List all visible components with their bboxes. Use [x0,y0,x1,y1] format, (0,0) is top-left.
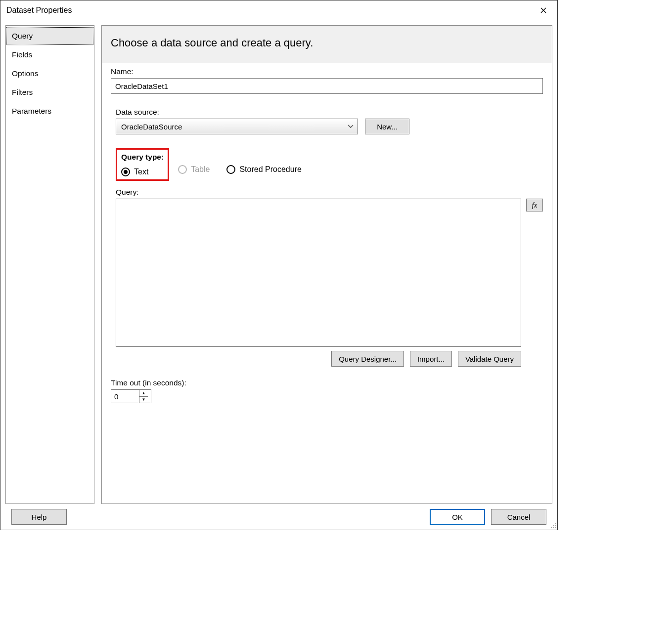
nav-item-parameters[interactable]: Parameters [6,102,94,121]
main-heading: Choose a data source and create a query. [102,26,552,63]
svg-point-7 [555,527,556,528]
timeout-label: Time out (in seconds): [111,378,543,387]
svg-point-5 [551,527,552,528]
name-input[interactable] [111,78,543,94]
titlebar: Dataset Properties [0,0,557,20]
import-query-button[interactable]: Import... [410,351,452,367]
spinner-down-button[interactable]: ▼ [139,397,148,403]
chevron-down-icon [348,125,354,128]
nav-pane: Query Fields Options Filters Parameters [5,25,94,504]
data-source-label: Data source: [116,108,543,117]
query-label: Query: [116,188,543,197]
close-icon [540,7,546,13]
main-pane: Choose a data source and create a query.… [101,25,552,504]
svg-point-3 [553,525,554,526]
nav-item-filters[interactable]: Filters [6,83,94,102]
radio-icon [178,165,187,174]
dialog-client-area: Query Fields Options Filters Parameters … [0,20,557,530]
close-button[interactable] [534,2,553,18]
data-source-dropdown[interactable]: OracleDataSource [116,119,358,134]
resize-grip-icon[interactable] [550,523,556,529]
query-type-highlight: Query type: Text [116,148,169,181]
query-type-table-radio: Table [178,165,210,174]
svg-point-4 [555,525,556,526]
main-body: Name: Data source: OracleDataSource [102,63,552,407]
dialog-footer: Help OK Cancel [5,504,552,530]
query-textarea[interactable] [116,199,521,347]
ok-button[interactable]: OK [430,509,485,525]
expression-fx-button[interactable]: fx [526,199,543,211]
spinner-buttons: ▲ ▼ [139,390,148,403]
query-type-storedproc-radio[interactable]: Stored Procedure [226,165,301,174]
svg-point-2 [555,523,556,524]
query-type-table-label: Table [191,165,210,174]
query-type-text-label: Text [134,168,148,176]
name-label: Name: [111,67,543,76]
query-type-storedproc-label: Stored Procedure [239,165,301,174]
help-button[interactable]: Help [11,509,67,525]
new-data-source-button[interactable]: New... [365,119,409,134]
fx-icon: fx [532,201,538,210]
dataset-properties-dialog: Dataset Properties Query Fields Options … [0,0,558,530]
validate-query-button[interactable]: Validate Query [458,351,521,367]
data-source-value: OracleDataSource [121,123,182,131]
timeout-input[interactable] [111,390,139,403]
cancel-button[interactable]: Cancel [491,509,546,525]
radio-icon [226,165,235,174]
panels: Query Fields Options Filters Parameters … [5,25,552,504]
query-designer-button[interactable]: Query Designer... [331,351,404,367]
query-type-label: Query type: [121,153,164,162]
query-type-text-radio[interactable]: Text [121,168,164,176]
nav-item-fields[interactable]: Fields [6,45,94,64]
spinner-up-button[interactable]: ▲ [139,390,148,397]
timeout-spinner[interactable]: ▲ ▼ [111,389,151,403]
dialog-title: Dataset Properties [6,6,72,15]
nav-item-options[interactable]: Options [6,64,94,83]
svg-point-6 [553,527,554,528]
radio-icon [121,168,130,176]
nav-item-query[interactable]: Query [6,27,94,45]
